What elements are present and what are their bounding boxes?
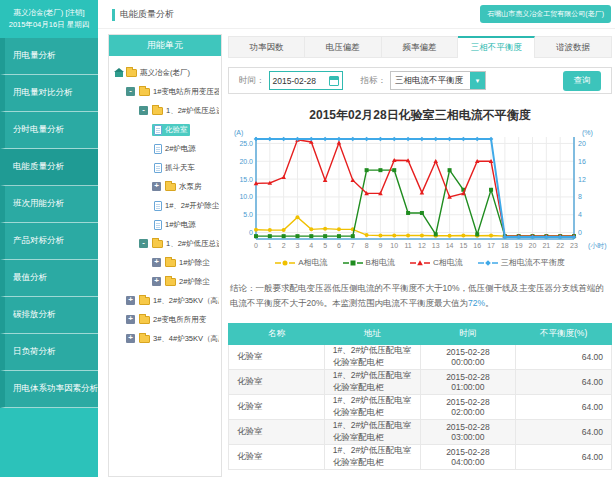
legend-item-B相电流[interactable]: B相电流 [343, 257, 395, 268]
calendar-icon[interactable] [329, 76, 339, 86]
tree-node[interactable]: 1#炉电源 [113, 215, 219, 234]
svg-text:5.0: 5.0 [243, 211, 253, 218]
expand-plus-icon[interactable]: + [152, 277, 161, 286]
folder-icon [165, 278, 176, 286]
tree-node-label: 1#、2#炉35KV（高压）进线 [153, 296, 219, 306]
indicator-select[interactable]: 三相电流不平衡度 ▼ [390, 71, 486, 90]
sidebar-item-label: 用电量分析 [13, 50, 56, 62]
tab-三相不平衡度[interactable]: 三相不平衡度 [458, 36, 535, 58]
tree-node-inner: 1#炉电源 [152, 219, 198, 231]
svg-text:22: 22 [556, 242, 564, 249]
sidebar-item-班次用能分析[interactable]: 班次用能分析 [0, 186, 98, 223]
chevron-down-icon[interactable]: ▼ [470, 72, 485, 89]
legend-item-A相电流[interactable]: A相电流 [275, 257, 327, 268]
tree-node[interactable]: +3#、4#炉35KV（高压）进线 [113, 329, 219, 348]
expand-plus-icon[interactable]: + [152, 182, 161, 191]
user-account-link[interactable]: 惠义冶金(老厂) [注销] [0, 7, 98, 19]
sidebar-item-label: 班次用能分析 [13, 198, 64, 210]
sidebar-menu: 用电量分析用电量对比分析分时电量分析▶电能质量分析班次用能分析产品对标分析最值分… [0, 38, 98, 408]
sidebar-item-label: 碳排放分析 [13, 309, 56, 321]
expand-plus-icon[interactable]: + [126, 315, 135, 324]
tree-node[interactable]: -1、2#炉低压总进线01 [113, 101, 219, 120]
tree-node-inner: 3#、4#炉35KV（高压）进线 [137, 333, 219, 345]
file-icon [154, 163, 162, 173]
unbalance-data-table: 名称地址时间不平衡度(%) 化验室1#、2#炉低压配电室化验室配电柜2015-0… [228, 323, 612, 470]
tree-node[interactable]: -1、2#炉低压总进线02 [113, 234, 219, 253]
tree-node-label: 化验室 [165, 125, 188, 135]
svg-text:20.0: 20.0 [239, 158, 253, 165]
sidebar-item-label: 电能质量分析 [13, 161, 64, 173]
sidebar-item-用电体系功率因素分析[interactable]: 用电体系功率因素分析 [0, 371, 98, 408]
tree-node-inner: 1、2#炉低压总进线02 [150, 238, 219, 250]
tab-频率偏差[interactable]: 频率偏差 [382, 36, 459, 58]
sidebar-item-用电量分析[interactable]: 用电量分析 [0, 38, 98, 75]
legend-marker-circle-icon [275, 258, 295, 268]
svg-text:20: 20 [578, 140, 586, 147]
legend-label: B相电流 [366, 257, 395, 268]
table-cell: 2015-02-28 02:00:00 [420, 395, 516, 420]
legend-item-三相电流不平衡度[interactable]: 三相电流不平衡度 [478, 257, 565, 268]
table-cell: 化验室 [229, 395, 325, 420]
table-cell: 化验室 [229, 445, 325, 470]
folder-icon [165, 259, 176, 267]
svg-text:21: 21 [542, 242, 550, 249]
tree-node[interactable]: 惠义冶金(老厂) [113, 63, 219, 82]
date-input[interactable]: 2015-02-28 [269, 71, 343, 90]
expand-plus-icon[interactable]: + [126, 296, 135, 305]
sidebar-item-label: 最值分析 [13, 272, 47, 284]
tree-node-inner: 化验室 [152, 124, 190, 136]
legend-marker-square-icon [343, 258, 363, 268]
folder-icon [139, 335, 150, 343]
collapse-minus-icon[interactable]: - [139, 239, 148, 248]
sidebar-item-产品对标分析[interactable]: 产品对标分析 [0, 223, 98, 260]
sidebar-item-电能质量分析[interactable]: ▶电能质量分析 [0, 149, 98, 186]
tree-node[interactable]: +2#变电所所用变 [113, 310, 219, 329]
tree-node-label: 抓斗天车 [165, 163, 195, 173]
query-button[interactable]: 查询 [563, 71, 601, 91]
svg-text:18: 18 [501, 242, 509, 249]
tree-node[interactable]: +水泵房 [113, 177, 219, 196]
tree-node[interactable]: +1#炉除尘 [113, 253, 219, 272]
table-header-cell: 名称 [229, 324, 325, 345]
svg-text:3: 3 [296, 242, 300, 249]
sidebar-item-用电量对比分析[interactable]: 用电量对比分析 [0, 75, 98, 112]
conclusion-max-value: 72% [468, 298, 485, 308]
svg-text:20: 20 [529, 242, 537, 249]
tree-node[interactable]: 2#炉电源 [113, 139, 219, 158]
tree-node[interactable]: +1#、2#炉35KV（高压）进线 [113, 291, 219, 310]
page-title: 电能质量分析 [112, 8, 174, 21]
tree-node-label: 2#炉除尘 [179, 277, 210, 287]
svg-text:16: 16 [473, 242, 481, 249]
legend-item-C相电流[interactable]: C相电流 [410, 257, 463, 268]
sidebar-item-label: 用电体系功率因素分析 [13, 383, 98, 395]
sidebar-item-碳排放分析[interactable]: 碳排放分析 [0, 297, 98, 334]
top-bar: 电能质量分析 石嘴山市惠义冶金工贸有限公司(老厂) [98, 0, 615, 29]
company-button[interactable]: 石嘴山市惠义冶金工贸有限公司(老厂) [480, 5, 611, 23]
tree-node-label: 1#变电站所用变压器 [153, 87, 219, 97]
collapse-minus-icon[interactable]: - [126, 87, 135, 96]
tab-电压偏差[interactable]: 电压偏差 [305, 36, 382, 58]
table-cell: 64.00 [516, 370, 612, 395]
tree-node[interactable]: 化验室 [113, 120, 219, 139]
expand-plus-icon[interactable]: + [126, 334, 135, 343]
collapse-minus-icon[interactable]: - [139, 106, 148, 115]
tree-node[interactable]: +2#炉除尘 [113, 272, 219, 291]
sidebar-item-label: 分时电量分析 [13, 124, 64, 136]
tree-node[interactable]: 抓斗天车 [113, 158, 219, 177]
sidebar-item-分时电量分析[interactable]: 分时电量分析 [0, 112, 98, 149]
sidebar-header: 惠义冶金(老厂) [注销] 2015年04月16日 星期四 [0, 0, 98, 38]
sidebar-item-最值分析[interactable]: 最值分析 [0, 260, 98, 297]
sidebar-item-日负荷分析[interactable]: 日负荷分析 [0, 334, 98, 371]
svg-text:10: 10 [390, 242, 398, 249]
tab-谐波数据[interactable]: 谐波数据 [535, 36, 612, 58]
sidebar-item-label: 日负荷分析 [13, 346, 56, 358]
tree-node[interactable]: -1#变电站所用变压器 [113, 82, 219, 101]
tree-node[interactable]: 1#、2#开炉除尘 [113, 196, 219, 215]
svg-text:7: 7 [351, 242, 355, 249]
svg-text:17: 17 [487, 242, 495, 249]
sidebar-item-label: 用电量对比分析 [13, 87, 73, 99]
svg-text:13: 13 [432, 242, 440, 249]
current-date: 2015年04月16日 星期四 [0, 19, 98, 31]
expand-plus-icon[interactable]: + [152, 258, 161, 267]
tab-功率因数[interactable]: 功率因数 [228, 36, 305, 58]
